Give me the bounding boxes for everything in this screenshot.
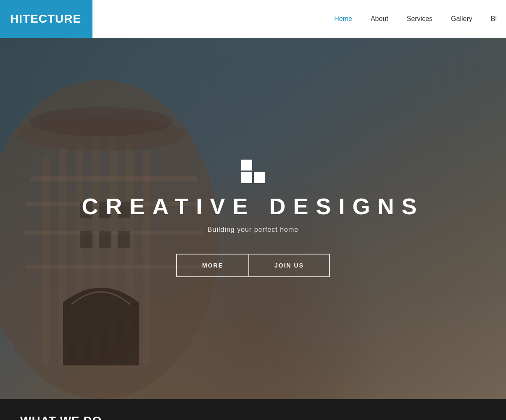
icon-cell-4 [254,172,265,183]
nav-gallery[interactable]: Gallery [442,0,482,38]
more-button[interactable]: MORE [176,254,249,277]
icon-cell-2 [254,160,265,171]
nav-home[interactable]: Home [325,0,361,38]
logo-text: HITECTURE [10,12,81,26]
hero-title: CREATIVE DESIGNS [82,193,424,219]
nav-services[interactable]: Services [398,0,442,38]
icon-cell-1 [241,160,252,171]
logo-block: HITECTURE [0,0,92,38]
icon-cell-3 [241,172,252,183]
bottom-section: WHAT WE DO [0,399,506,420]
what-we-do-title: WHAT WE DO [20,414,486,420]
join-us-button[interactable]: JOIN US [249,254,330,277]
hero-subtitle: Building your perfect home [208,226,298,234]
hero-content: CREATIVE DESIGNS Building your perfect h… [82,160,424,277]
nav-blog[interactable]: Bl [482,0,506,38]
hero-brand-icon [241,160,265,183]
nav-about[interactable]: About [361,0,398,38]
main-nav: Home About Services Gallery Bl [325,0,506,38]
hero-buttons: MORE JOIN US [176,254,330,277]
header: HITECTURE Home About Services Gallery Bl [0,0,506,38]
hero-section: CREATIVE DESIGNS Building your perfect h… [0,38,506,399]
